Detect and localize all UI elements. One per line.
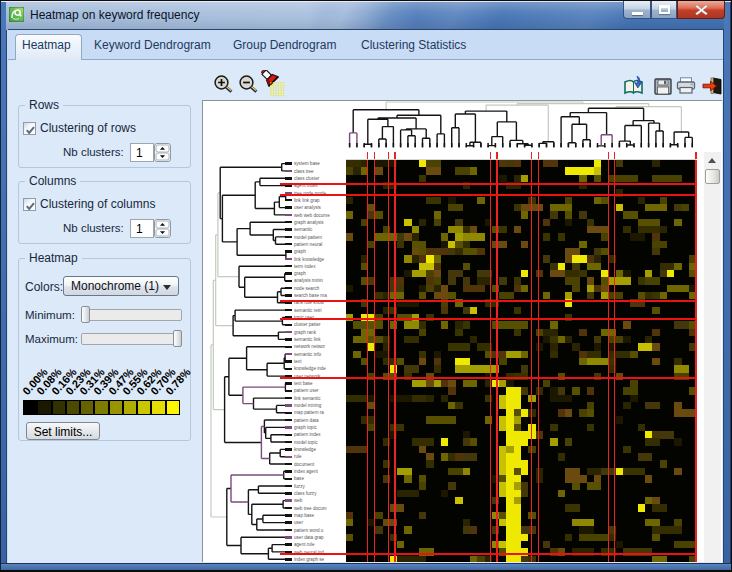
svg-text:pattern neural: pattern neural — [294, 242, 322, 247]
svg-text:map pattern ra: map pattern ra — [294, 410, 324, 415]
svg-text:link knowledge: link knowledge — [294, 257, 325, 262]
svg-text:web: web — [294, 498, 303, 503]
svg-text:rule: rule — [294, 454, 302, 459]
svg-text:semantic retri: semantic retri — [294, 308, 322, 313]
svg-text:user analysis: user analysis — [294, 205, 322, 210]
svg-text:graph analysis: graph analysis — [294, 220, 324, 225]
svg-text:link link grap: link link grap — [294, 198, 320, 203]
svg-text:model pattern: model pattern — [294, 235, 323, 240]
svg-text:map base: map base — [294, 513, 315, 518]
svg-text:analysis minin: analysis minin — [294, 278, 323, 283]
svg-text:model mining: model mining — [294, 403, 322, 408]
svg-text:node search: node search — [294, 286, 320, 291]
svg-text:cluster patter: cluster patter — [294, 322, 321, 327]
svg-text:text base: text base — [294, 381, 313, 386]
svg-text:class tree: class tree — [294, 169, 314, 174]
svg-text:semantic: semantic — [294, 227, 313, 232]
svg-text:class fuzzy: class fuzzy — [294, 491, 317, 496]
svg-text:class cluster: class cluster — [294, 176, 320, 181]
svg-text:pattern user: pattern user — [294, 388, 319, 393]
svg-text:text: text — [294, 359, 302, 364]
svg-text:document: document — [294, 462, 315, 467]
svg-text:index graph se: index graph se — [294, 557, 325, 562]
svg-text:base: base — [294, 476, 304, 481]
svg-text:web tree docum: web tree docum — [294, 506, 327, 511]
svg-text:network networ: network networ — [294, 344, 326, 349]
svg-text:knowledge inde: knowledge inde — [294, 366, 326, 371]
svg-text:search base ma: search base ma — [294, 293, 327, 298]
svg-text:pattern data: pattern data — [294, 418, 319, 423]
svg-text:fuzzy: fuzzy — [294, 484, 305, 489]
svg-text:pattern index: pattern index — [294, 432, 321, 437]
svg-text:pattern word u: pattern word u — [294, 528, 324, 533]
svg-text:model topic: model topic — [294, 440, 318, 445]
svg-text:graph: graph — [294, 271, 306, 276]
svg-text:term index: term index — [294, 264, 316, 269]
svg-text:user data grap: user data grap — [294, 535, 324, 540]
svg-text:web web docume: web web docume — [294, 213, 330, 218]
svg-text:semantic link: semantic link — [294, 337, 321, 342]
svg-text:graph: graph — [294, 249, 306, 254]
svg-text:knowledge: knowledge — [294, 447, 316, 452]
svg-text:link semantic: link semantic — [294, 396, 321, 401]
svg-text:agent rule: agent rule — [294, 542, 315, 547]
svg-text:user: user — [294, 520, 303, 525]
svg-text:system base: system base — [294, 161, 320, 166]
svg-text:index agent: index agent — [294, 469, 318, 474]
svg-text:graph topic: graph topic — [294, 425, 317, 430]
svg-text:semantic info: semantic info — [294, 352, 322, 357]
svg-text:graph rank: graph rank — [294, 330, 317, 335]
